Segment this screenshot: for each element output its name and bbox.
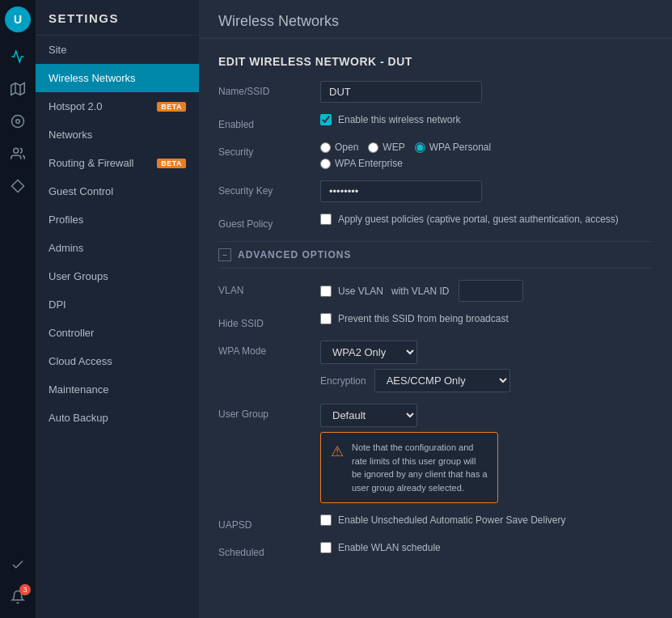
enabled-row: Enabled Enable this wireless network [218, 114, 653, 130]
guest-policy-checkbox-label: Apply guest policies (captive portal, gu… [338, 214, 619, 225]
uapsd-label: UAPSD [218, 514, 307, 531]
radio-wep[interactable] [368, 142, 378, 153]
sidebar-item-profiles[interactable]: Profiles [36, 205, 199, 234]
sidebar-item-user-groups[interactable]: User Groups [36, 262, 199, 290]
insights-icon[interactable] [3, 107, 32, 136]
beta-badge-routing: BETA [157, 159, 186, 168]
scheduled-row: Scheduled Enable WLAN schedule [218, 542, 653, 558]
diamond-icon[interactable] [3, 171, 32, 201]
security-key-input[interactable] [320, 180, 482, 202]
security-wpa-enterprise[interactable]: WPA Enterprise [320, 158, 653, 169]
sidebar-item-routing-firewall[interactable]: Routing & Firewall BETA [36, 149, 199, 177]
radio-wpa-enterprise[interactable] [320, 159, 331, 169]
scheduled-checkbox[interactable] [320, 542, 332, 553]
sidebar-item-label: Networks [49, 129, 92, 141]
vlan-checkbox-wrap[interactable]: Use VLAN with VLAN ID [320, 280, 653, 302]
security-label: Security [218, 142, 307, 158]
sidebar: SETTINGS Site Wireless Networks Hotspot … [36, 0, 199, 618]
scheduled-control: Enable WLAN schedule [320, 542, 653, 553]
enabled-label: Enabled [218, 114, 307, 130]
sidebar-item-hotspot[interactable]: Hotspot 2.0 BETA [36, 92, 199, 121]
warning-text: Note that the configuration and rate lim… [352, 441, 488, 494]
wpa-mode-select[interactable]: WPA2 Only WPA/WPA2 [320, 341, 417, 364]
sidebar-item-cloud-access[interactable]: Cloud Access [36, 347, 199, 375]
map-icon[interactable] [3, 74, 32, 104]
hide-ssid-checkbox-label: Prevent this SSID from being broadcast [338, 313, 509, 324]
svg-marker-0 [11, 83, 25, 95]
main-content: EDIT WIRELESS NETWORK - DUT Name/SSID En… [199, 39, 672, 618]
guest-policy-label: Guest Policy [218, 214, 307, 230]
security-wep[interactable]: WEP [368, 142, 404, 153]
sidebar-item-label: Cloud Access [49, 355, 112, 367]
users-icon[interactable] [3, 139, 32, 168]
uapsd-checkbox-wrap[interactable]: Enable Unscheduled Automatic Power Save … [320, 514, 653, 526]
sidebar-item-label: User Groups [49, 270, 108, 282]
name-ssid-row: Name/SSID [218, 81, 653, 103]
radio-wpa-personal[interactable] [415, 142, 425, 153]
sidebar-item-maintenance[interactable]: Maintenance [36, 375, 199, 404]
security-key-row: Security Key [218, 180, 653, 202]
name-ssid-label: Name/SSID [218, 81, 307, 97]
name-ssid-control [320, 81, 653, 103]
sidebar-item-site[interactable]: Site [36, 36, 199, 64]
svg-point-3 [12, 116, 24, 128]
uapsd-checkbox[interactable] [320, 514, 332, 526]
hide-ssid-checkbox[interactable] [320, 313, 332, 324]
icon-bar: U 3 [0, 0, 36, 618]
collapse-icon: − [218, 248, 231, 261]
sidebar-item-guest-control[interactable]: Guest Control [36, 177, 199, 205]
wpa-mode-label: WPA Mode [218, 341, 307, 357]
user-group-warning: ⚠ Note that the configuration and rate l… [320, 432, 498, 503]
notification-count: 3 [19, 584, 31, 595]
bell-icon[interactable]: 3 [3, 582, 32, 612]
guest-policy-checkbox[interactable] [320, 214, 332, 225]
vlan-checkbox[interactable] [320, 286, 332, 297]
user-group-row: User Group Default Group 1 Group 2 ⚠ Not… [218, 404, 653, 503]
hide-ssid-row: Hide SSID Prevent this SSID from being b… [218, 313, 653, 329]
advanced-options-header[interactable]: − ADVANCED OPTIONS [218, 241, 653, 269]
advanced-options-title: ADVANCED OPTIONS [238, 249, 351, 260]
sidebar-title: SETTINGS [36, 0, 199, 36]
uapsd-control: Enable Unscheduled Automatic Power Save … [320, 514, 653, 526]
checkmark-icon[interactable] [3, 550, 32, 579]
activity-icon[interactable] [3, 42, 32, 71]
encryption-row: Encryption AES/CCMP Only TKIP Only TKIP … [320, 369, 653, 392]
scheduled-checkbox-wrap[interactable]: Enable WLAN schedule [320, 542, 653, 553]
guest-policy-checkbox-wrap[interactable]: Apply guest policies (captive portal, gu… [320, 214, 653, 225]
sidebar-item-label: Hotspot 2.0 [49, 100, 103, 112]
uapsd-checkbox-label: Enable Unscheduled Automatic Power Save … [338, 514, 565, 526]
vlan-id-input[interactable] [459, 280, 523, 302]
beta-badge: BETA [157, 102, 186, 112]
sidebar-item-admins[interactable]: Admins [36, 234, 199, 262]
sidebar-item-wireless-networks[interactable]: Wireless Networks [36, 64, 199, 92]
security-control: Open WEP WPA Personal WPA Enterprise [320, 142, 653, 169]
enabled-checkbox-wrap[interactable]: Enable this wireless network [320, 114, 653, 125]
sidebar-item-label: Maintenance [49, 383, 108, 396]
sidebar-item-networks[interactable]: Networks [36, 121, 199, 149]
encryption-select[interactable]: AES/CCMP Only TKIP Only TKIP and AES/CCM… [374, 369, 510, 392]
enabled-checkbox[interactable] [320, 114, 332, 125]
section-title: EDIT WIRELESS NETWORK - DUT [218, 55, 653, 68]
user-group-select[interactable]: Default Group 1 Group 2 [320, 404, 417, 427]
sidebar-item-controller[interactable]: Controller [36, 319, 199, 347]
sidebar-item-label: Guest Control [49, 185, 113, 197]
hide-ssid-control: Prevent this SSID from being broadcast [320, 313, 653, 324]
hide-ssid-label: Hide SSID [218, 313, 307, 329]
radio-open[interactable] [320, 142, 331, 153]
sidebar-item-label: Site [49, 44, 66, 56]
sidebar-item-dpi[interactable]: DPI [36, 290, 199, 319]
user-group-control: Default Group 1 Group 2 ⚠ Note that the … [320, 404, 653, 503]
sidebar-item-auto-backup[interactable]: Auto Backup [36, 404, 199, 432]
hide-ssid-checkbox-wrap[interactable]: Prevent this SSID from being broadcast [320, 313, 653, 324]
scheduled-checkbox-label: Enable WLAN schedule [338, 542, 441, 553]
security-open[interactable]: Open [320, 142, 358, 153]
user-group-label: User Group [218, 404, 307, 420]
security-wpa-personal[interactable]: WPA Personal [415, 142, 491, 153]
guest-policy-row: Guest Policy Apply guest policies (capti… [218, 214, 653, 230]
vlan-control: Use VLAN with VLAN ID [320, 280, 653, 302]
svg-marker-6 [12, 180, 24, 193]
wpa-mode-control: WPA2 Only WPA/WPA2 Encryption AES/CCMP O… [320, 341, 653, 392]
sidebar-item-label: Controller [49, 327, 94, 339]
name-ssid-input[interactable] [320, 81, 482, 103]
guest-policy-control: Apply guest policies (captive portal, gu… [320, 214, 653, 225]
